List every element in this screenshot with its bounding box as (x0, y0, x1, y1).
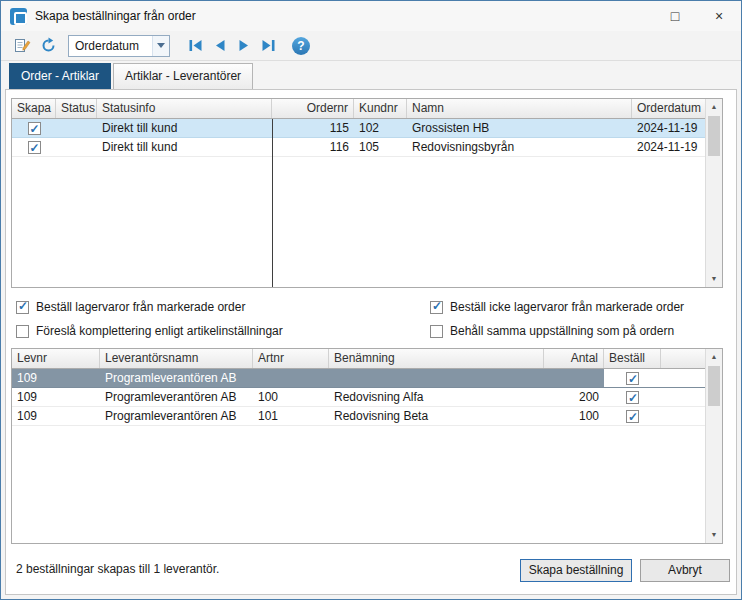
window-controls: □ × (653, 1, 741, 31)
col-artnr[interactable]: Artnr (253, 349, 329, 368)
option-bestall-lagervaror[interactable]: Beställ lagervaror från markerade order (16, 300, 245, 314)
checkbox[interactable] (430, 301, 443, 314)
create-order-button[interactable]: Skapa beställning (520, 559, 632, 582)
row-checkbox[interactable] (28, 122, 41, 135)
nav-first-icon[interactable] (184, 34, 208, 58)
scrollbar-thumb[interactable] (708, 366, 720, 406)
scroll-down-icon[interactable]: ▼ (706, 527, 722, 543)
cancel-button[interactable]: Avbryt (640, 559, 730, 582)
cell-leverantorsnamn: Programleverantören AB (100, 369, 253, 387)
app-icon (10, 8, 27, 25)
titlebar: Skapa beställningar från order □ × (1, 1, 741, 31)
cell-kundnr: 105 (354, 138, 407, 156)
cell-levnr: 109 (12, 369, 100, 387)
orders-table: Skapa Status Statusinfo Ordernr Kundnr N… (11, 98, 723, 288)
tab-artiklar-leverantorer[interactable]: Artiklar - Leverantörer (113, 63, 253, 89)
col-namn[interactable]: Namn (407, 99, 632, 118)
cell-statusinfo: Direkt till kund (97, 119, 272, 137)
cell-levnr: 109 (12, 407, 100, 425)
col-status[interactable]: Status (56, 99, 97, 118)
content-panel: Skapa Status Statusinfo Ordernr Kundnr N… (5, 89, 737, 595)
help-icon[interactable]: ? (292, 37, 310, 55)
option-label: Beställ icke lagervaror från markerade o… (450, 300, 684, 314)
scrollbar-thumb[interactable] (708, 116, 720, 156)
nav-last-icon[interactable] (256, 34, 280, 58)
checkbox[interactable] (16, 325, 29, 338)
scroll-up-icon[interactable]: ▲ (706, 349, 722, 365)
toolbar: Orderdatum ? (1, 31, 741, 61)
vertical-scrollbar[interactable]: ▲ ▼ (705, 99, 722, 287)
scroll-down-icon[interactable]: ▼ (706, 271, 722, 287)
cell-benamning: Redovisning Alfa (329, 388, 544, 406)
cell-namn: Redovisningsbyrån (407, 138, 632, 156)
col-bestall[interactable]: Beställ (604, 349, 661, 368)
option-behall-uppstallning[interactable]: Behåll samma uppställning som på ordern (430, 324, 674, 338)
record-navigation (184, 34, 280, 58)
cell-antal: 100 (544, 407, 604, 425)
orders-table-header: Skapa Status Statusinfo Ordernr Kundnr N… (12, 99, 707, 119)
col-kundnr[interactable]: Kundnr (354, 99, 407, 118)
cell-kundnr: 102 (354, 119, 407, 137)
tab-order-artiklar[interactable]: Order - Artiklar (9, 63, 111, 89)
supplier-table: Levnr Leverantörsnamn Artnr Benämning An… (11, 348, 723, 544)
col-ordernr[interactable]: Ordernr (272, 99, 354, 118)
option-label: Behåll samma uppställning som på ordern (450, 324, 674, 338)
option-label: Beställ lagervaror från markerade order (36, 300, 245, 314)
col-benamning[interactable]: Benämning (329, 349, 544, 368)
sort-order-value: Orderdatum (75, 39, 139, 53)
cell-ordernr: 115 (272, 119, 354, 137)
col-skapa[interactable]: Skapa (12, 99, 56, 118)
cell-filler (661, 369, 707, 387)
row-checkbox[interactable] (626, 410, 639, 423)
cell-artnr: 100 (253, 388, 329, 406)
col-orderdatum[interactable]: Orderdatum (632, 99, 707, 118)
cell-leverantorsnamn: Programleverantören AB (100, 388, 253, 406)
cell-status (56, 119, 97, 137)
status-text: 2 beställningar skapas till 1 leverantör… (16, 562, 219, 576)
refresh-icon[interactable] (36, 34, 60, 58)
col-antal[interactable]: Antal (544, 349, 604, 368)
maximize-button[interactable]: □ (653, 1, 697, 31)
cell-benamning: Redovisning Beta (329, 407, 544, 425)
cell-orderdatum: 2024-11-19 (632, 119, 707, 137)
option-bestall-icke-lagervaror[interactable]: Beställ icke lagervaror från markerade o… (430, 300, 684, 314)
option-foresla-komplettering[interactable]: Föreslå komplettering enligt artikelinst… (16, 324, 283, 338)
col-filler (661, 349, 707, 368)
col-levnr[interactable]: Levnr (12, 349, 100, 368)
checkbox[interactable] (16, 301, 29, 314)
cell-ordernr: 116 (272, 138, 354, 156)
scroll-up-icon[interactable]: ▲ (706, 99, 722, 115)
table-row[interactable]: Direkt till kund 115 102 Grossisten HB 2… (12, 119, 707, 138)
table-row[interactable]: 109 Programleverantören AB 101 Redovisni… (12, 407, 707, 426)
table-row[interactable]: 109 Programleverantören AB 100 Redovisni… (12, 388, 707, 407)
row-checkbox[interactable] (28, 141, 41, 154)
cell-filler (661, 407, 707, 425)
col-leverantorsnamn[interactable]: Leverantörsnamn (100, 349, 253, 368)
table-row[interactable]: Direkt till kund 116 105 Redovisningsbyr… (12, 138, 707, 157)
cell-leverantorsnamn: Programleverantören AB (100, 407, 253, 425)
table-row-group[interactable]: 109 Programleverantören AB (12, 369, 707, 388)
cell-artnr: 101 (253, 407, 329, 425)
checkbox[interactable] (430, 325, 443, 338)
edit-icon[interactable] (10, 34, 34, 58)
frozen-column-divider (272, 119, 273, 287)
cell-status (56, 138, 97, 156)
row-checkbox[interactable] (626, 372, 639, 385)
cell-levnr: 109 (12, 388, 100, 406)
cell-orderdatum: 2024-11-19 (632, 138, 707, 156)
col-statusinfo[interactable]: Statusinfo (97, 99, 272, 118)
sort-order-dropdown[interactable]: Orderdatum (68, 35, 170, 57)
cell-antal: 200 (544, 388, 604, 406)
supplier-table-header: Levnr Leverantörsnamn Artnr Benämning An… (12, 349, 707, 369)
cell-antal (544, 369, 604, 387)
cell-statusinfo: Direkt till kund (97, 138, 272, 156)
tabstrip: Order - Artiklar Artiklar - Leverantörer (1, 61, 741, 89)
row-checkbox[interactable] (626, 391, 639, 404)
nav-previous-icon[interactable] (208, 34, 232, 58)
vertical-scrollbar[interactable]: ▲ ▼ (705, 349, 722, 543)
cell-filler (661, 388, 707, 406)
window-title: Skapa beställningar från order (35, 9, 196, 23)
chevron-down-icon[interactable] (152, 36, 169, 56)
nav-next-icon[interactable] (232, 34, 256, 58)
close-button[interactable]: × (697, 1, 741, 31)
